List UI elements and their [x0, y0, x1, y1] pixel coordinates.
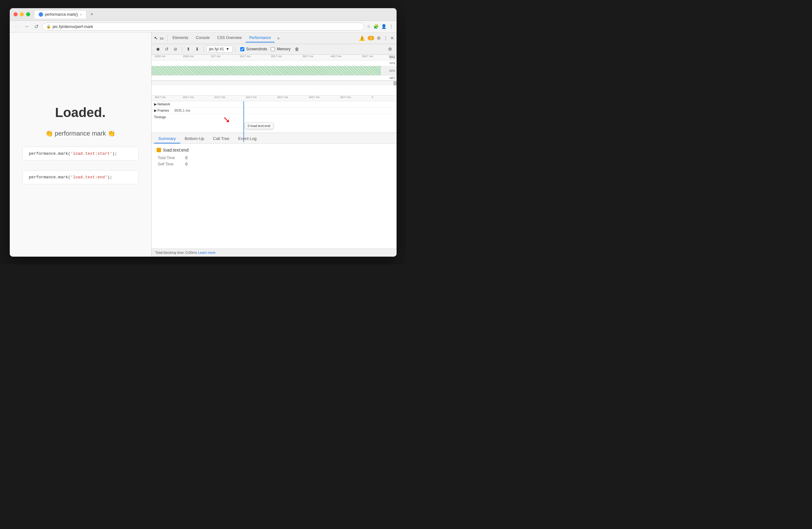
code-arg-2: 'load.text:end': [70, 175, 107, 180]
memory-group: Memory: [271, 47, 290, 51]
ruler-label-5817: 5817 ms: [362, 55, 373, 58]
forward-button[interactable]: →: [23, 22, 30, 30]
b-ruler-4317: 4317 ms: [277, 96, 288, 99]
more-options-icon[interactable]: ⋮: [383, 35, 388, 41]
toolbar-sep-1: [182, 46, 182, 52]
net-track-label: NET: [390, 75, 396, 81]
cpu-track-label: CPU: [389, 66, 396, 75]
total-time-label: Total Time: [158, 156, 183, 160]
screenshots-checkbox[interactable]: [240, 47, 244, 51]
memory-checkbox[interactable]: [271, 47, 275, 51]
tab-close-button[interactable]: ×: [80, 13, 82, 16]
tab-summary[interactable]: Summary: [154, 134, 180, 143]
b-ruler-3917: 3917 ms: [155, 96, 166, 99]
url-bar[interactable]: 🔒 jec.fyi/demo/perf-mark: [42, 23, 364, 30]
warning-badge: 1: [368, 36, 374, 40]
devtools-panel: ↖ ▭ Elements Console CSS Overview Perfor…: [151, 33, 396, 257]
timeline-area[interactable]: 1000 ms 2000 ms 817 ms 1817 ms 2817 ms 3…: [151, 55, 396, 96]
tab-performance[interactable]: Performance: [246, 34, 275, 42]
cpu-track: CPU: [151, 66, 396, 75]
clear-button[interactable]: ⊘: [172, 45, 179, 53]
lock-icon: 🔒: [46, 24, 51, 29]
traffic-lights: [14, 12, 30, 16]
bottom-panel-tabs: Summary Bottom-Up Call Tree Event Log: [151, 133, 396, 144]
devtools-tab-right: ⚠️ 1 ⚙ ⋮ ✕: [359, 35, 394, 41]
selected-time-line: [243, 101, 244, 142]
back-button[interactable]: ←: [13, 22, 20, 30]
nav-icons: ☆ 🧩 👤 ⋮: [367, 24, 393, 29]
title-bar: performance.mark() × +: [10, 8, 396, 21]
learn-more-link[interactable]: Learn more: [198, 251, 215, 255]
new-tab-button[interactable]: +: [88, 10, 96, 18]
ruler-label-817: 817 ms: [211, 55, 221, 58]
tab-console[interactable]: Console: [192, 34, 214, 42]
top-time-ruler: 1000 ms 2000 ms 817 ms 1817 ms 2817 ms 3…: [151, 55, 396, 60]
code-method-1: performance.mark(: [29, 151, 71, 156]
frames-track-row: ▶ Frames 3935.1 ms: [151, 108, 396, 114]
frames-track-label: ▶ Frames: [151, 109, 174, 113]
frames-value: 3935.1 ms: [174, 109, 190, 112]
devtools-cursor-icon[interactable]: ↖: [154, 35, 158, 41]
tab-more[interactable]: »: [275, 34, 282, 42]
devtools-tabs: ↖ ▭ Elements Console CSS Overview Perfor…: [151, 33, 396, 44]
ruler-label-2000: 2000 ms: [183, 55, 194, 58]
b-ruler-4117: 4117 ms: [215, 96, 226, 99]
maximize-button[interactable]: [26, 12, 30, 16]
delete-recording-button[interactable]: 🗑: [293, 45, 301, 53]
screenshots-group: Screenshots: [240, 47, 267, 51]
memory-label: Memory: [277, 47, 290, 51]
ruler-label-2817: 2817 ms: [271, 55, 282, 58]
session-select[interactable]: jec.fyi #1 ▼: [206, 46, 232, 53]
tab-event-log[interactable]: Event Log: [234, 134, 261, 143]
url-text: jec.fyi/demo/perf-mark: [53, 24, 93, 29]
fps-track-label: FPS: [390, 60, 396, 66]
self-time-stat: Self Time 0: [157, 162, 392, 166]
scrollbar-thumb[interactable]: [393, 81, 396, 86]
b-ruler-4017: 4017 ms: [183, 96, 194, 99]
tooltip-text: 0 load.text:end: [248, 124, 271, 128]
detail-tracks-area: 3917 ms 4017 ms 4117 ms 4217 ms 4317 ms …: [151, 96, 396, 133]
summary-entry: load.text:end: [157, 147, 392, 153]
record-button[interactable]: ⏺: [154, 45, 162, 53]
page-content: Loaded. 👏 performance mark 👏 performance…: [10, 33, 151, 257]
bookmark-icon[interactable]: ☆: [367, 24, 371, 29]
code-block-1: performance.mark('load.text:start');: [22, 146, 139, 161]
devtools-settings-button[interactable]: ⚙: [387, 45, 394, 53]
cpu-hatch: [151, 66, 381, 75]
reload-profile-button[interactable]: ↺: [163, 45, 171, 53]
toolbar-right: ⚙: [387, 45, 394, 53]
perf-mark-label: 👏 performance mark 👏: [45, 130, 115, 137]
minimize-button[interactable]: [20, 12, 24, 16]
profile-icon[interactable]: 👤: [381, 24, 387, 29]
timeline-scrollbar[interactable]: [151, 81, 396, 86]
close-devtools-icon[interactable]: ✕: [390, 35, 394, 41]
ruler-label-3817: 3817 ms: [303, 55, 314, 58]
network-track-content: [174, 101, 396, 107]
summary-panel: load.text:end Total Time 0 Self Time 0: [151, 144, 396, 248]
b-ruler-4217: 4217 ms: [246, 96, 257, 99]
session-label: jec.fyi #1: [209, 47, 224, 51]
tab-title: performance.mark(): [45, 12, 78, 17]
bottom-time-ruler: 3917 ms 4017 ms 4117 ms 4217 ms 4317 ms …: [151, 96, 396, 101]
timings-track-label: Timings: [151, 114, 174, 119]
net-track: NET: [151, 75, 396, 81]
active-tab[interactable]: performance.mark() ×: [34, 10, 87, 18]
upload-button[interactable]: ⬆: [185, 45, 192, 53]
tab-css-overview[interactable]: CSS Overview: [214, 34, 246, 42]
content-area: Loaded. 👏 performance mark 👏 performance…: [10, 33, 396, 257]
tab-bottom-up[interactable]: Bottom-Up: [180, 134, 208, 143]
menu-icon[interactable]: ⋮: [389, 24, 393, 29]
settings-icon[interactable]: ⚙: [377, 35, 381, 41]
screenshots-label: Screenshots: [246, 47, 267, 51]
tab-call-tree[interactable]: Call Tree: [208, 134, 234, 143]
timings-track-row: Timings ➘ 0 load.text:end: [151, 114, 396, 133]
reload-button[interactable]: ↺: [33, 22, 40, 31]
devtools-responsive-icon[interactable]: ▭: [160, 36, 163, 41]
entry-title: load.text:end: [163, 147, 189, 153]
devtools-toolbar: ⏺ ↺ ⊘ ⬆ ⬇ jec.fyi #1 ▼ Screenshots: [151, 44, 396, 55]
close-button[interactable]: [14, 12, 18, 16]
tab-elements[interactable]: Elements: [169, 34, 192, 42]
download-button[interactable]: ⬇: [193, 45, 201, 53]
total-time-stat: Total Time 0: [157, 156, 392, 160]
extensions-icon[interactable]: 🧩: [373, 24, 379, 29]
